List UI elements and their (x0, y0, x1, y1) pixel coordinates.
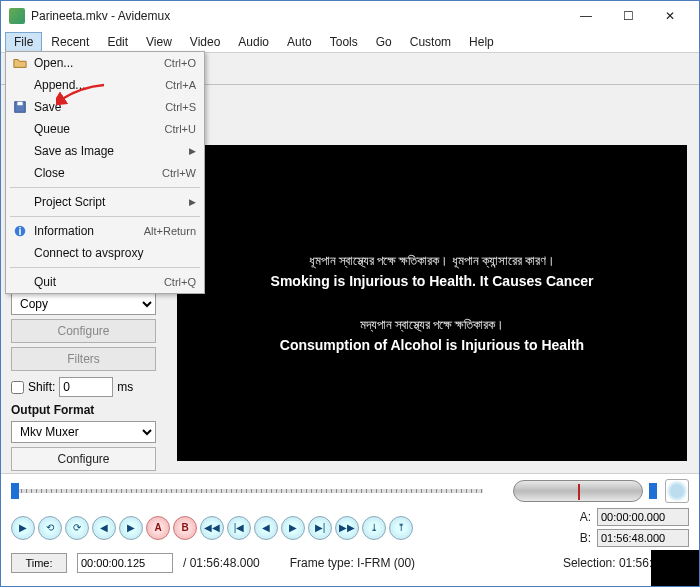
svg-text:i: i (19, 225, 22, 237)
menu-item-save-as-image[interactable]: Save as Image ▶ (6, 140, 204, 162)
menu-tools[interactable]: Tools (321, 32, 367, 52)
menu-label: Project Script (30, 195, 189, 209)
set-marker-a-button[interactable]: A (146, 516, 170, 540)
menu-shortcut: Alt+Return (144, 225, 196, 237)
menu-item-close[interactable]: Close Ctrl+W (6, 162, 204, 184)
folder-open-icon (10, 56, 30, 70)
svg-rect-1 (17, 102, 22, 106)
menu-item-save[interactable]: Save Ctrl+S (6, 96, 204, 118)
go-start-button[interactable]: |◀ (227, 516, 251, 540)
menu-bar: File Recent Edit View Video Audio Auto T… (1, 31, 699, 53)
menu-file[interactable]: File (5, 32, 42, 52)
audio-filters-button: Filters (11, 347, 156, 371)
minimize-button[interactable]: — (565, 1, 607, 31)
video-preview: ধূমপান স্বাস্থ্যের পক্ষে ক্ষতিকারক। ধূমপ… (177, 145, 687, 461)
status-row: Time: / 01:56:48.000 Frame type: I-FRM (… (11, 553, 689, 573)
corner-overlay (651, 550, 699, 586)
menu-custom[interactable]: Custom (401, 32, 460, 52)
next-keyframe-button[interactable]: ▶ (119, 516, 143, 540)
audio-configure-button: Configure (11, 319, 156, 343)
subtitle-line-en: Consumption of Alcohol is Injurious to H… (280, 337, 584, 353)
menu-item-queue[interactable]: Queue Ctrl+U (6, 118, 204, 140)
menu-recent[interactable]: Recent (42, 32, 98, 52)
playback-controls: ▶ ⟲ ⟳ ◀ ▶ A B ◀◀ |◀ ◀ ▶ ▶| ▶▶ ⤓ ⤒ A: B: (11, 508, 689, 547)
menu-item-project-script[interactable]: Project Script ▶ (6, 191, 204, 213)
prev-frame-button[interactable]: ⟲ (38, 516, 62, 540)
menu-help[interactable]: Help (460, 32, 503, 52)
next-frame-button[interactable]: ⟳ (65, 516, 89, 540)
window-title: Parineeta.mkv - Avidemux (31, 9, 565, 23)
menu-separator (10, 216, 200, 217)
marker-a-label: A: (580, 510, 591, 524)
menu-edit[interactable]: Edit (98, 32, 137, 52)
menu-item-avsproxy[interactable]: Connect to avsproxy (6, 242, 204, 264)
shift-value-input[interactable] (59, 377, 113, 397)
menu-label: Information (30, 224, 144, 238)
menu-item-append[interactable]: Append... Ctrl+A (6, 74, 204, 96)
menu-shortcut: Ctrl+U (165, 123, 196, 135)
title-bar: Parineeta.mkv - Avidemux — ☐ ✕ (1, 1, 699, 31)
menu-label: Save (30, 100, 165, 114)
output-muxer-select[interactable]: Mkv Muxer (11, 421, 156, 443)
subtitle-line-bn: ধূমপান স্বাস্থ্যের পক্ষে ক্ষতিকারক। ধূমপ… (271, 253, 594, 269)
menu-item-open[interactable]: Open... Ctrl+O (6, 52, 204, 74)
next-black-button[interactable]: ▶ (281, 516, 305, 540)
menu-label: Close (30, 166, 162, 180)
forward-button[interactable]: ▶▶ (335, 516, 359, 540)
info-icon: i (10, 224, 30, 238)
muxer-configure-button[interactable]: Configure (11, 447, 156, 471)
menu-video[interactable]: Video (181, 32, 229, 52)
menu-audio[interactable]: Audio (229, 32, 278, 52)
timeline-track[interactable] (11, 489, 483, 493)
time-button[interactable]: Time: (11, 553, 67, 573)
shift-checkbox[interactable] (11, 381, 24, 394)
menu-view[interactable]: View (137, 32, 181, 52)
go-marker-b-button[interactable]: ⤒ (389, 516, 413, 540)
submenu-arrow-icon: ▶ (189, 146, 196, 156)
menu-label: Open... (30, 56, 164, 70)
menu-shortcut: Ctrl+A (165, 79, 196, 91)
menu-separator (10, 187, 200, 188)
frame-type-label: Frame type: I-FRM (00) (290, 556, 415, 570)
subtitle-line-en: Smoking is Injurious to Health. It Cause… (271, 273, 594, 289)
menu-item-information[interactable]: i Information Alt+Return (6, 220, 204, 242)
menu-shortcut: Ctrl+Q (164, 276, 196, 288)
submenu-arrow-icon: ▶ (189, 197, 196, 207)
menu-shortcut: Ctrl+O (164, 57, 196, 69)
menu-shortcut: Ctrl+S (165, 101, 196, 113)
go-marker-a-button[interactable]: ⤓ (362, 516, 386, 540)
maximize-button[interactable]: ☐ (607, 1, 649, 31)
menu-separator (10, 267, 200, 268)
output-format-label: Output Format (11, 403, 163, 417)
menu-auto[interactable]: Auto (278, 32, 321, 52)
rewind-button[interactable]: ◀◀ (200, 516, 224, 540)
playhead[interactable] (11, 483, 19, 499)
duration-label: / 01:56:48.000 (183, 556, 260, 570)
time-input[interactable] (77, 553, 173, 573)
play-button[interactable]: ▶ (11, 516, 35, 540)
file-menu-dropdown: Open... Ctrl+O Append... Ctrl+A Save Ctr… (5, 51, 205, 294)
marker-b-value (597, 529, 689, 547)
menu-item-quit[interactable]: Quit Ctrl+Q (6, 271, 204, 293)
menu-label: Connect to avsproxy (30, 246, 196, 260)
marker-b-label: B: (580, 531, 591, 545)
jog-wheel[interactable] (513, 480, 643, 502)
menu-label: Quit (30, 275, 164, 289)
prev-keyframe-button[interactable]: ◀ (92, 516, 116, 540)
set-marker-b-button[interactable]: B (173, 516, 197, 540)
audio-codec-select[interactable]: Copy (11, 293, 156, 315)
preview-toggle-button[interactable] (665, 479, 689, 503)
timeline (11, 480, 689, 502)
menu-go[interactable]: Go (367, 32, 401, 52)
marker-a-value (597, 508, 689, 526)
close-button[interactable]: ✕ (649, 1, 691, 31)
app-icon (9, 8, 25, 24)
transport-panel: ▶ ⟲ ⟳ ◀ ▶ A B ◀◀ |◀ ◀ ▶ ▶| ▶▶ ⤓ ⤒ A: B: … (1, 473, 699, 587)
menu-label: Queue (30, 122, 165, 136)
timeline-end-marker (649, 483, 657, 499)
go-end-button[interactable]: ▶| (308, 516, 332, 540)
prev-black-button[interactable]: ◀ (254, 516, 278, 540)
disk-save-icon (10, 100, 30, 114)
menu-label: Append... (30, 78, 165, 92)
shift-label: Shift: (28, 380, 55, 394)
